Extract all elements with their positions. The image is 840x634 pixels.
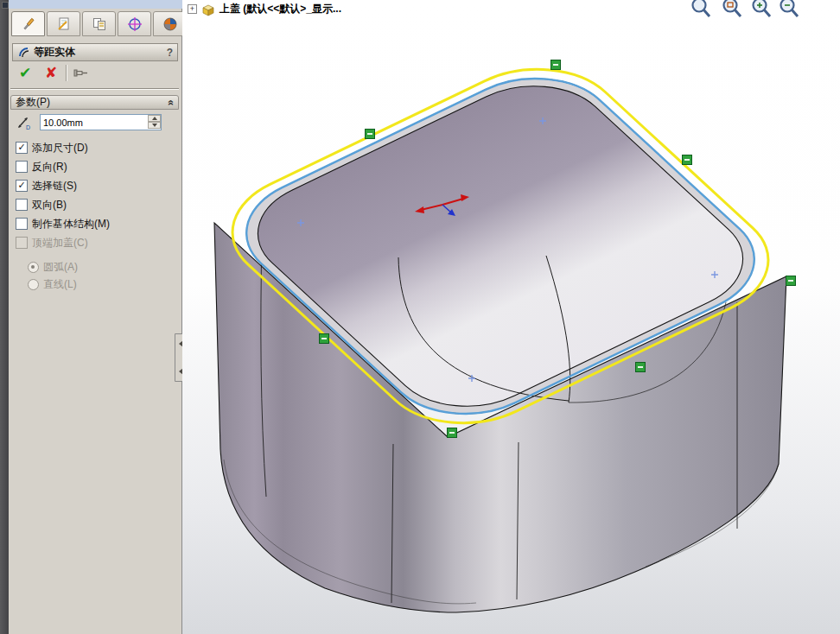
distance-spinner <box>148 115 161 130</box>
window-mini-icon <box>2 2 9 9</box>
feature-tree-root: + 上盖 (默认<<默认>_显示... <box>188 2 341 16</box>
checkbox-label: 反向(R) <box>32 160 67 174</box>
propertymanager-icon <box>20 16 37 32</box>
property-manager-panel: 等距实体 ? ✔ ✘ 参数(P) » D ✓添加尺寸(D)反向(R)✓选择链(S… <box>9 9 182 634</box>
keep-visible-pin-icon[interactable] <box>73 67 92 79</box>
checkbox-双向(B)[interactable]: 双向(B) <box>16 197 67 212</box>
relation-marker[interactable] <box>366 130 375 139</box>
command-actions: ✔ ✘ <box>12 63 178 86</box>
relation-marker[interactable] <box>551 60 561 70</box>
checkbox-box[interactable]: ✓ <box>16 180 28 192</box>
checkbox-box <box>16 237 28 249</box>
spinner-down-button[interactable] <box>148 122 161 129</box>
checkbox-label: 制作基体结构(M) <box>32 217 110 231</box>
tab-properties-page[interactable] <box>47 11 80 36</box>
zoom-fit-icon[interactable] <box>689 0 713 20</box>
tab-propertymanager[interactable] <box>11 11 45 36</box>
tab-dimxpertmanager[interactable] <box>118 11 151 36</box>
relation-marker[interactable] <box>636 363 646 372</box>
manager-tab-bar <box>11 11 187 36</box>
relation-marker[interactable] <box>683 155 692 165</box>
graphics-viewport[interactable]: + 上盖 (默认<<默认>_显示... <box>182 0 840 634</box>
radio-button <box>28 262 39 273</box>
checkbox-制作基体结构(M)[interactable]: 制作基体结构(M) <box>16 216 110 231</box>
command-title: 等距实体 <box>34 45 163 60</box>
checkbox-label: 选择链(S) <box>32 179 77 193</box>
spinner-up-button[interactable] <box>148 115 161 122</box>
checkbox-添加尺寸(D)[interactable]: ✓添加尺寸(D) <box>16 140 88 155</box>
command-title-bar: 等距实体 ? <box>12 43 178 61</box>
radio-button <box>28 279 39 290</box>
dimxpert-target-icon <box>126 16 143 32</box>
divider <box>10 88 179 90</box>
checkbox-顶端加盖(C): 顶端加盖(C) <box>16 235 88 250</box>
page-pencil-icon <box>55 16 73 32</box>
radio-直线(L): 直线(L) <box>28 276 77 292</box>
tree-expand-icon[interactable]: + <box>188 4 197 14</box>
model-canvas[interactable] <box>182 0 840 634</box>
collapsed-feature-strip[interactable] <box>0 0 9 634</box>
document-name-label[interactable]: 上盖 (默认<<默认>_显示... <box>220 2 341 16</box>
tab-configurationmanager[interactable] <box>82 11 116 36</box>
parameters-group-header[interactable]: 参数(P) » <box>10 95 179 110</box>
collapse-chevron-icon[interactable]: » <box>165 99 177 105</box>
help-button[interactable]: ? <box>167 47 173 59</box>
radio-label: 直线(L) <box>43 277 77 292</box>
divider <box>66 65 67 81</box>
checkbox-label: 添加尺寸(D) <box>32 141 88 155</box>
relation-marker[interactable] <box>786 276 796 286</box>
checkbox-box[interactable] <box>16 161 28 173</box>
radio-label: 圆弧(A) <box>43 260 78 275</box>
cancel-button[interactable]: ✘ <box>45 64 57 82</box>
zoom-out-icon[interactable] <box>777 0 801 20</box>
svg-text:D: D <box>26 124 30 130</box>
display-sphere-icon <box>162 16 179 32</box>
offset-distance-input[interactable] <box>40 114 162 130</box>
checkbox-box[interactable] <box>16 199 28 211</box>
parameters-group-label: 参数(P) <box>16 95 50 110</box>
part-document-icon <box>201 3 215 16</box>
relation-marker[interactable] <box>320 334 329 344</box>
zoom-in-icon[interactable] <box>749 0 773 20</box>
zoom-area-icon[interactable] <box>720 0 744 20</box>
ok-button[interactable]: ✔ <box>19 64 31 82</box>
offset-distance-icon: D <box>16 114 33 130</box>
checkbox-反向(R)[interactable]: 反向(R) <box>16 159 67 174</box>
solidworks-window: { "colors": { "offset_preview_yellow": "… <box>0 0 840 634</box>
offset-entities-icon <box>17 46 30 59</box>
checkbox-box[interactable]: ✓ <box>16 142 28 154</box>
configurations-icon <box>91 16 108 32</box>
checkbox-选择链(S)[interactable]: ✓选择链(S) <box>16 178 77 193</box>
relation-marker[interactable] <box>448 428 457 438</box>
radio-圆弧(A): 圆弧(A) <box>28 259 78 275</box>
checkbox-label: 顶端加盖(C) <box>32 236 88 250</box>
checkbox-box[interactable] <box>16 218 28 230</box>
checkbox-label: 双向(B) <box>32 198 67 212</box>
